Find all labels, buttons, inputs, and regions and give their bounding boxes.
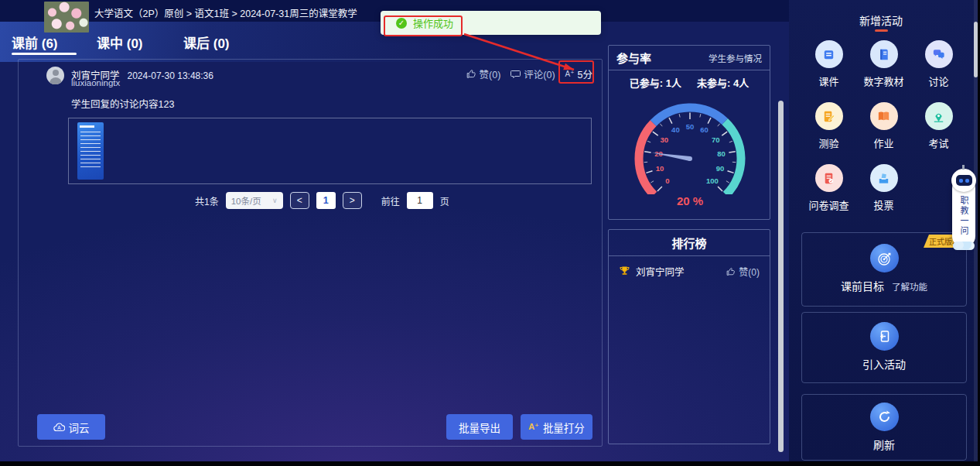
import-activity-label: 引入活动 [862,358,906,371]
svg-text:100: 100 [706,176,719,185]
participation-panel: 参与率 学生参与情况 已参与: 1人 未参与: 4人 0102030405060… [608,45,770,220]
activity-vote[interactable]: 投票 [856,164,911,226]
activity-homework[interactable]: 作业 [856,102,911,164]
activity-courseware[interactable]: 课件 [801,40,856,102]
activity-discussion[interactable]: 讨论 [911,40,966,102]
post-time: 2024-07-30 13:48:36 [128,70,213,81]
refresh-label: 刷新 [873,439,895,451]
breadcrumb[interactable]: 大学语文（2P）原创 > 语文1班 > 2024-07-31周三的课堂教学 [94,5,357,20]
post-username: liuxiaoningtx [71,78,120,87]
pen-score-icon: A⁺ [528,422,539,432]
digital-textbook-icon [870,40,898,68]
sidebar-title-underline [875,29,888,32]
total-count: 共1条 [195,194,219,207]
discussion-icon [925,40,953,68]
comment-icon [510,70,521,79]
leaderboard-student-name: 刘宵宁同学 [636,264,685,279]
thumb-up-icon [726,267,736,276]
joined-count: 已参与: 1人 [630,75,681,90]
like-button[interactable]: 赞(0) [466,67,501,81]
annotation-box-toast [384,15,463,36]
svg-text:A: A [57,424,61,430]
goto-page-input[interactable] [407,192,433,209]
refresh-box[interactable]: 刷新 [801,394,967,461]
svg-text:80: 80 [717,149,726,158]
import-activity-icon [870,322,899,351]
participation-title: 参与率 [616,50,651,66]
courseware-icon [815,40,843,68]
tab-after-class[interactable]: 课后 (0) [183,33,230,52]
attachment-container [68,118,592,184]
svg-text:70: 70 [712,135,720,144]
avatar [46,67,64,84]
attachment-thumbnail[interactable] [77,122,104,180]
target-icon [870,244,899,272]
tab-before-class[interactable]: 课前 (6) [12,33,58,52]
ai-assistant-widget[interactable]: 职教一问 [951,167,976,252]
page-unit-label: 页 [440,194,449,207]
tab-in-class[interactable]: 课中 (0) [97,33,143,52]
activity-grid: 课件 数字教材 讨论 测验 作业 [801,40,967,226]
activity-digital-textbook[interactable]: 数字教材 [856,40,911,102]
activity-quiz[interactable]: 测验 [801,102,856,164]
pagination: 共1条 10条/页 ∨ < 1 > 前往 页 [195,191,449,210]
robot-icon [951,169,976,192]
participation-gauge: 0102030405060708090100 [614,91,766,194]
classroom-teaching-app: 大学语文（2P）原创 > 语文1班 > 2024-07-31周三的课堂教学 课前… [0,0,980,466]
activity-survey[interactable]: 问卷调查 [801,164,856,226]
pre-goal-label: 课前目标 [841,278,884,293]
not-joined-count: 未参与: 4人 [697,75,749,90]
leaderboard-title: 排行榜 [609,230,770,256]
svg-text:40: 40 [671,125,680,134]
svg-text:90: 90 [716,164,725,173]
svg-text:50: 50 [686,122,695,131]
batch-export-button[interactable]: 批量导出 [446,414,513,440]
wordcloud-button[interactable]: A 词云 [37,414,105,440]
post-content: 学生回复的讨论内容123 [71,96,174,111]
prev-page-button[interactable]: < [290,192,309,209]
exam-icon [925,102,953,130]
svg-text:10: 10 [656,164,664,173]
svg-text:60: 60 [700,125,709,134]
chevron-down-icon: ∨ [272,197,278,204]
gauge-value: 20 % [651,194,729,207]
assistant-label: 职教一问 [951,194,976,238]
import-activity-box[interactable]: 引入活动 [801,312,967,383]
leaderboard-row: 刘宵宁同学 赞(0) [609,264,770,279]
vote-icon [870,164,898,192]
comment-button[interactable]: 评论(0) [510,67,555,81]
current-page[interactable]: 1 [316,192,336,209]
page-size-select[interactable]: 10条/页 ∨ [226,192,283,209]
annotation-box-score [558,60,594,84]
course-cover-logo [44,2,89,33]
quiz-icon [815,102,843,130]
activity-exam[interactable]: 考试 [911,102,966,164]
svg-text:0: 0 [665,176,669,185]
active-tab-underline [12,53,77,55]
content-scrollbar[interactable] [778,101,784,452]
svg-text:30: 30 [661,135,669,144]
trophy-icon [619,266,630,277]
next-page-button[interactable]: > [343,192,362,209]
cloud-icon [953,242,975,250]
refresh-icon [870,403,899,431]
leaderboard-panel: 排行榜 刘宵宁同学 赞(0) [608,229,770,444]
batch-score-button[interactable]: A⁺ 批量打分 [521,414,592,440]
homework-icon [870,102,898,130]
leaderboard-like-button[interactable]: 赞(0) [726,265,760,278]
wordcloud-icon: A [53,423,65,432]
thumb-up-icon [466,69,476,79]
participation-subtitle: 学生参与情况 [709,52,762,64]
goto-label: 前往 [381,194,400,207]
pre-goal-box[interactable]: 正式版功能 课前目标 了解功能 [801,232,967,307]
learn-more-link[interactable]: 了解功能 [892,280,927,293]
window-edge-bottom [0,461,980,466]
sidebar-title: 新增活动 [789,12,973,28]
survey-icon [815,164,843,192]
